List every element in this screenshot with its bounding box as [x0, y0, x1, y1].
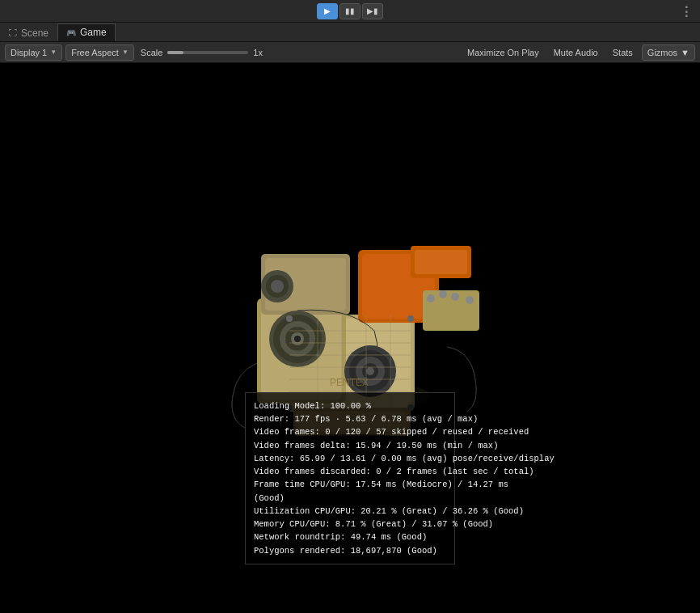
- aspect-label: Free Aspect: [71, 48, 119, 57]
- svg-point-30: [271, 280, 284, 293]
- stats-line-9: Memory CPU/GPU: 8.71 % (Great) / 31.07 %…: [254, 518, 446, 531]
- top-bar: ▶ ▮▮ ▶▮ ⋮: [0, 0, 700, 23]
- stats-button[interactable]: Stats: [607, 44, 639, 61]
- gizmos-label: Gizmos: [647, 48, 677, 57]
- stats-line-3: Video frames delta: 15.94 / 19.50 ms (mi…: [254, 439, 446, 452]
- svg-point-23: [366, 367, 374, 375]
- stats-line-6: Frame time CPU/GPU: 17.54 ms (Mediocre) …: [254, 478, 446, 491]
- maximize-on-play-button[interactable]: Maximize On Play: [462, 44, 545, 61]
- scale-slider[interactable]: [167, 51, 248, 54]
- scale-value: 1x: [253, 48, 263, 57]
- svg-point-14: [294, 336, 301, 342]
- mute-audio-button[interactable]: Mute Audio: [548, 44, 604, 61]
- stats-line-1: Render: 177 fps · 5.63 / 6.78 ms (avg / …: [254, 412, 446, 425]
- gizmos-arrow-icon: ▼: [681, 48, 689, 57]
- stats-line-8: Utilization CPU/GPU: 20.21 % (Great) / 3…: [254, 505, 446, 518]
- stats-line-2: Video frames: 0 / 120 / 57 skipped / reu…: [254, 425, 446, 438]
- game-viewport: PENTEX Loading Model: 100.00 % Render: 1…: [0, 63, 700, 613]
- tab-bar: ⛶ Scene 🎮 Game: [0, 23, 700, 42]
- right-buttons: Maximize On Play Mute Audio Stats Gizmos…: [462, 44, 695, 61]
- svg-text:PENTEX: PENTEX: [330, 377, 369, 388]
- svg-point-33: [439, 290, 447, 298]
- stats-line-10: Network roundtrip: 49.74 ms (Good): [254, 531, 446, 543]
- aspect-dropdown[interactable]: Free Aspect ▼: [65, 44, 134, 61]
- stats-line-0: Loading Model: 100.00 %: [254, 400, 446, 412]
- scene-icon: ⛶: [9, 28, 17, 37]
- game-icon: 🎮: [66, 28, 76, 37]
- stats-line-5: Video frames discarded: 0 / 2 frames (la…: [254, 465, 446, 478]
- svg-point-34: [451, 293, 459, 301]
- play-controls: ▶ ▮▮ ▶▮: [317, 3, 383, 19]
- tab-scene[interactable]: ⛶ Scene: [0, 23, 57, 41]
- play-button[interactable]: ▶: [317, 3, 338, 19]
- stats-line-11: Polygons rendered: 18,697,870 (Good): [254, 544, 446, 557]
- options-bar: Display 1 ▼ Free Aspect ▼ Scale 1x Maxim…: [0, 42, 700, 63]
- aspect-arrow-icon: ▼: [122, 49, 129, 56]
- display-arrow-icon: ▼: [50, 49, 57, 56]
- scale-label: Scale: [141, 48, 163, 57]
- svg-rect-51: [415, 250, 467, 274]
- stats-line-7: (Good): [254, 492, 446, 505]
- svg-point-52: [286, 315, 293, 322]
- svg-point-53: [407, 315, 414, 322]
- svg-point-32: [427, 294, 435, 302]
- display-dropdown[interactable]: Display 1 ▼: [5, 44, 62, 61]
- gizmos-dropdown[interactable]: Gizmos ▼: [642, 44, 695, 61]
- tab-game-label: Game: [80, 27, 107, 38]
- stats-line-4: Latency: 65.99 / 13.61 / 0.00 ms (avg) p…: [254, 452, 446, 465]
- tab-game[interactable]: 🎮 Game: [57, 23, 116, 41]
- step-button[interactable]: ▶▮: [362, 3, 383, 19]
- scale-area: Scale 1x: [141, 48, 263, 57]
- pause-button[interactable]: ▮▮: [339, 3, 361, 19]
- more-options-icon[interactable]: ⋮: [680, 3, 694, 19]
- svg-point-35: [466, 296, 474, 304]
- tab-scene-label: Scene: [21, 27, 48, 39]
- stats-overlay: Loading Model: 100.00 % Render: 177 fps …: [245, 392, 455, 564]
- display-label: Display 1: [11, 48, 47, 57]
